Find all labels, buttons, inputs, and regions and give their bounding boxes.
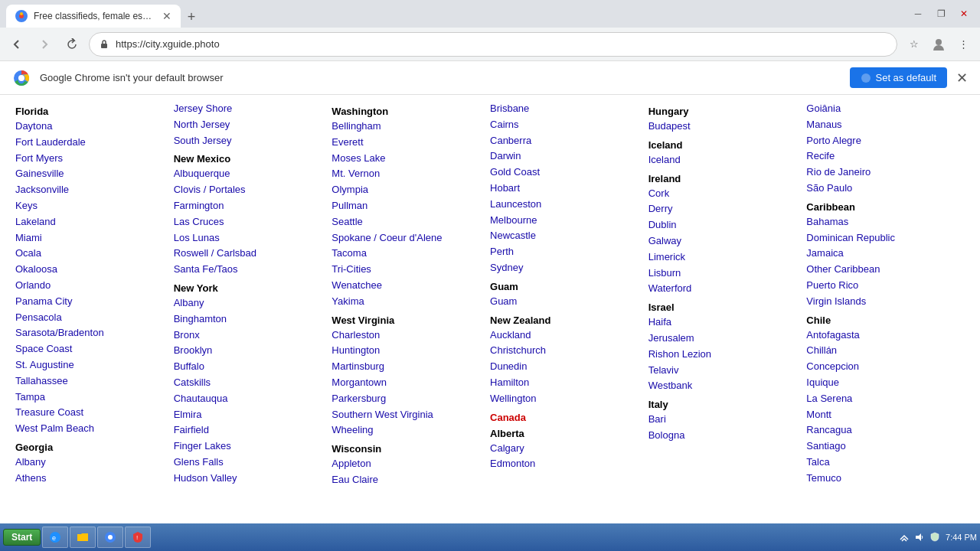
city-link[interactable]: Miami — [15, 230, 166, 246]
city-link[interactable]: Wenatchee — [332, 278, 482, 294]
city-link[interactable]: Gold Coast — [490, 165, 641, 181]
menu-icon[interactable]: ⋮ — [952, 34, 974, 55]
city-link[interactable]: Farmington — [174, 198, 325, 214]
city-link[interactable]: Montt — [806, 407, 957, 423]
city-link[interactable]: Mt. Vernon — [332, 166, 482, 182]
city-link[interactable]: Athens — [15, 471, 166, 487]
city-link[interactable]: Calgary — [490, 441, 641, 457]
city-link[interactable]: Fairfield — [174, 422, 325, 439]
city-link[interactable]: Daytona — [15, 119, 166, 135]
city-link[interactable]: Chillán — [806, 343, 957, 359]
city-link[interactable]: Haifa — [648, 315, 799, 331]
city-link[interactable]: Finger Lakes — [174, 439, 325, 455]
address-bar[interactable]: https://city.xguide.photo — [89, 32, 897, 57]
city-link[interactable]: Cairns — [490, 117, 641, 133]
city-link[interactable]: Recife — [806, 148, 957, 165]
city-link[interactable]: Tri-Cities — [332, 262, 482, 278]
city-link[interactable]: Virgin Islands — [806, 294, 957, 310]
city-link[interactable]: Seattle — [332, 214, 482, 230]
city-link[interactable]: Space Coast — [15, 341, 166, 357]
city-link[interactable]: Panama City — [15, 294, 166, 310]
bookmark-star-icon[interactable]: ☆ — [903, 34, 925, 55]
city-link[interactable]: Chautauqua — [174, 391, 325, 407]
city-link[interactable]: Porto Alegre — [806, 133, 957, 149]
city-link[interactable]: Budapest — [648, 119, 799, 135]
notification-close-button[interactable]: ✕ — [956, 70, 968, 86]
city-link[interactable]: Spokane / Coeur d'Alene — [332, 230, 482, 246]
city-link[interactable]: Martinsburg — [332, 359, 482, 375]
city-link[interactable]: Temuco — [806, 471, 957, 487]
city-link[interactable]: Gainesville — [15, 166, 166, 182]
city-link[interactable]: Dominican Republic — [806, 230, 957, 246]
city-link[interactable]: Lisburn — [648, 266, 799, 282]
city-link[interactable]: Hamilton — [490, 375, 641, 391]
city-link[interactable]: La Serena — [806, 391, 957, 407]
city-link[interactable]: Goiânia — [806, 101, 957, 117]
city-link[interactable]: Rancagua — [806, 422, 957, 439]
city-link[interactable]: Clovis / Portales — [174, 182, 325, 198]
city-link[interactable]: Las Cruces — [174, 214, 325, 230]
city-link[interactable]: Jamaica — [806, 246, 957, 262]
city-link[interactable]: Orlando — [15, 278, 166, 294]
city-link[interactable]: South Jersey — [174, 133, 325, 149]
city-link[interactable]: Guam — [490, 294, 641, 310]
city-link[interactable]: Bellingham — [332, 119, 482, 135]
city-link[interactable]: Glens Falls — [174, 455, 325, 471]
city-link[interactable]: Binghamton — [174, 311, 325, 328]
city-link[interactable]: Parkersburg — [332, 391, 482, 407]
city-link[interactable]: Puerto Rico — [806, 278, 957, 294]
city-link[interactable]: Fort Lauderdale — [15, 135, 166, 151]
city-link[interactable]: Huntington — [332, 343, 482, 359]
city-link[interactable]: Jacksonville — [15, 182, 166, 198]
city-link[interactable]: Bronx — [174, 328, 325, 344]
city-link[interactable]: Keys — [15, 198, 166, 214]
refresh-button[interactable] — [61, 34, 83, 55]
new-tab-button[interactable]: + — [181, 6, 202, 28]
city-link[interactable]: Morgantown — [332, 375, 482, 391]
city-link[interactable]: Santiago — [806, 439, 957, 455]
city-link[interactable]: Hobart — [490, 181, 641, 197]
city-link[interactable]: Concepcion — [806, 359, 957, 375]
minimize-button[interactable]: ─ — [908, 6, 928, 21]
city-link[interactable]: Tallahassee — [15, 373, 166, 390]
close-button[interactable]: ✕ — [954, 6, 974, 21]
city-link[interactable]: Westbank — [648, 378, 799, 394]
city-link[interactable]: São Paulo — [806, 181, 957, 197]
city-link[interactable]: Launceston — [490, 197, 641, 213]
forward-button[interactable] — [34, 34, 55, 55]
city-link[interactable]: Galway — [648, 233, 799, 249]
city-link[interactable]: Appleton — [332, 456, 482, 472]
city-link[interactable]: Wellington — [490, 391, 641, 407]
city-link[interactable]: Talca — [806, 455, 957, 471]
back-button[interactable] — [6, 34, 28, 55]
city-link[interactable]: Other Caribbean — [806, 262, 957, 278]
user-avatar-icon[interactable] — [928, 34, 949, 55]
city-link[interactable]: Eau Claire — [332, 472, 482, 488]
city-link[interactable]: Wheeling — [332, 422, 482, 439]
city-link[interactable]: Canberra — [490, 133, 641, 149]
city-link[interactable]: Christchurch — [490, 343, 641, 359]
city-link[interactable]: Ocala — [15, 246, 166, 262]
city-link[interactable]: St. Augustine — [15, 357, 166, 373]
city-link[interactable]: Iquique — [806, 375, 957, 391]
city-link[interactable]: Charleston — [332, 328, 482, 344]
city-link[interactable]: Yakima — [332, 294, 482, 310]
city-link[interactable]: Limerick — [648, 249, 799, 266]
city-link[interactable]: Santa Fe/Taos — [174, 262, 325, 278]
city-link[interactable]: Hudson Valley — [174, 471, 325, 487]
city-link[interactable]: Albuquerque — [174, 166, 325, 182]
city-link[interactable]: Waterford — [648, 281, 799, 297]
city-link[interactable]: Roswell / Carlsbad — [174, 246, 325, 262]
city-link[interactable]: Pensacola — [15, 310, 166, 326]
city-link[interactable]: Elmira — [174, 407, 325, 423]
city-link[interactable]: Okaloosa — [15, 262, 166, 278]
city-link[interactable]: Newcastle — [490, 228, 641, 244]
city-link[interactable]: Sarasota/Bradenton — [15, 325, 166, 341]
city-link[interactable]: Auckland — [490, 328, 641, 344]
city-link[interactable]: Jerusalem — [648, 331, 799, 347]
city-link[interactable]: Dunedin — [490, 359, 641, 375]
city-link[interactable]: Brisbane — [490, 101, 641, 117]
city-link[interactable]: Edmonton — [490, 456, 641, 472]
city-link[interactable]: Rishon Lezion — [648, 347, 799, 363]
city-link[interactable]: Antofagasta — [806, 328, 957, 344]
